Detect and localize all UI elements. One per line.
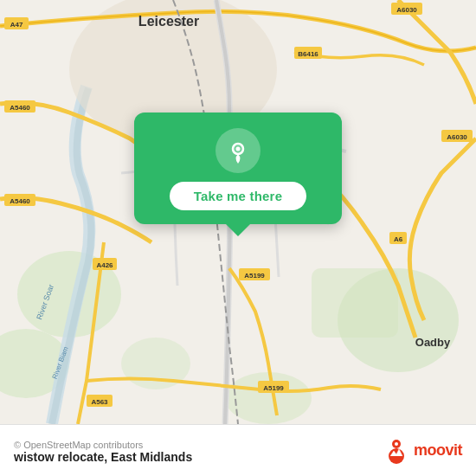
moovit-text: moovit — [414, 441, 462, 460]
moovit-logo: moovit — [383, 437, 462, 465]
map-container: A47 A6030 A6030 A5460 A5460 B6416 A426 A… — [0, 0, 476, 424]
svg-text:A6030: A6030 — [447, 133, 467, 141]
svg-text:Oadby: Oadby — [415, 336, 451, 349]
svg-text:A5460: A5460 — [10, 197, 30, 205]
location-name: wistow relocate, East Midlands — [14, 450, 192, 464]
svg-text:A5460: A5460 — [10, 104, 30, 112]
svg-text:A426: A426 — [96, 261, 113, 269]
bottom-bar: © OpenStreetMap contributors wistow relo… — [0, 424, 476, 476]
svg-text:A5199: A5199 — [244, 272, 265, 280]
svg-text:A5199: A5199 — [263, 384, 284, 392]
take-me-there-button[interactable]: Take me there — [170, 182, 306, 210]
location-popup: Take me there — [134, 113, 342, 224]
svg-text:A6: A6 — [394, 235, 403, 243]
svg-point-6 — [225, 372, 312, 424]
svg-text:A563: A563 — [91, 398, 108, 406]
location-icon-container — [215, 128, 261, 173]
bottom-info: © OpenStreetMap contributors wistow relo… — [14, 438, 192, 464]
svg-point-35 — [236, 147, 241, 151]
location-pin-icon — [225, 138, 251, 164]
moovit-icon — [383, 437, 410, 465]
svg-text:A6030: A6030 — [396, 6, 417, 14]
osm-attribution: © OpenStreetMap contributors — [14, 440, 192, 450]
svg-point-38 — [395, 442, 398, 446]
svg-text:A47: A47 — [10, 21, 23, 29]
svg-text:B6416: B6416 — [298, 50, 318, 58]
svg-text:Leicester: Leicester — [138, 14, 199, 29]
svg-rect-4 — [312, 268, 398, 338]
